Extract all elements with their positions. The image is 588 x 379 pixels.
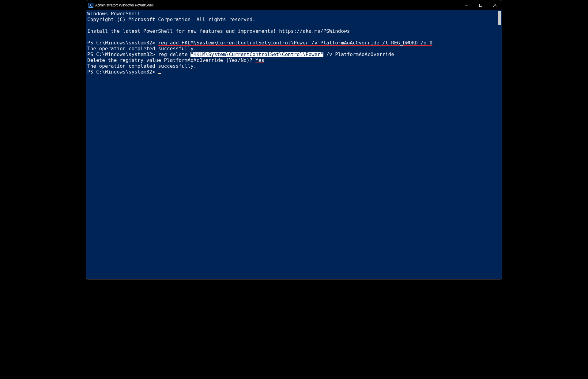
titlebar[interactable]: Administrator: Windows PowerShell	[86, 0, 502, 10]
ps-prompt: PS C:\Windows\system32>	[87, 40, 158, 46]
svg-rect-0	[480, 4, 482, 7]
ps-prompt: PS C:\Windows\system32>	[87, 69, 158, 75]
output-line: The operation completed successfully.	[87, 46, 196, 51]
powershell-icon	[89, 3, 93, 8]
command-reg-add: reg add HKLM\System\CurrentControlSet\Co…	[158, 40, 432, 46]
command-reg-delete-path: "HKLM\System\CurrentControlSet\Control\P…	[190, 52, 323, 57]
window-title: Administrator: Windows PowerShell	[95, 3, 153, 7]
scrollbar[interactable]	[497, 10, 502, 279]
command-reg-delete-part2: /v PlatformAoAcOverride	[323, 52, 394, 57]
ps-prompt: PS C:\Windows\system32>	[87, 51, 158, 57]
scrollbar-thumb[interactable]	[498, 11, 501, 25]
output-line: Windows PowerShell	[87, 11, 140, 17]
output-confirm-prompt: Delete the registry value PlatformAoAcOv…	[87, 57, 255, 63]
cursor	[158, 73, 161, 74]
output-line: Install the latest PowerShell for new fe…	[87, 28, 350, 34]
command-reg-delete-part1: reg delete	[158, 52, 190, 57]
titlebar-left: Administrator: Windows PowerShell	[89, 3, 153, 8]
output-line: The operation completed successfully.	[87, 63, 196, 69]
terminal-output[interactable]: Windows PowerShell Copyright (C) Microso…	[86, 10, 497, 279]
minimize-button[interactable]	[460, 0, 474, 10]
confirm-answer-yes: Yes	[255, 58, 264, 63]
maximize-button[interactable]	[474, 0, 488, 10]
window-controls	[460, 0, 502, 10]
close-button[interactable]	[488, 0, 502, 10]
powershell-window: Administrator: Windows PowerShell Window…	[86, 0, 502, 279]
terminal-area: Windows PowerShell Copyright (C) Microso…	[86, 10, 502, 279]
output-line: Copyright (C) Microsoft Corporation. All…	[87, 17, 255, 22]
